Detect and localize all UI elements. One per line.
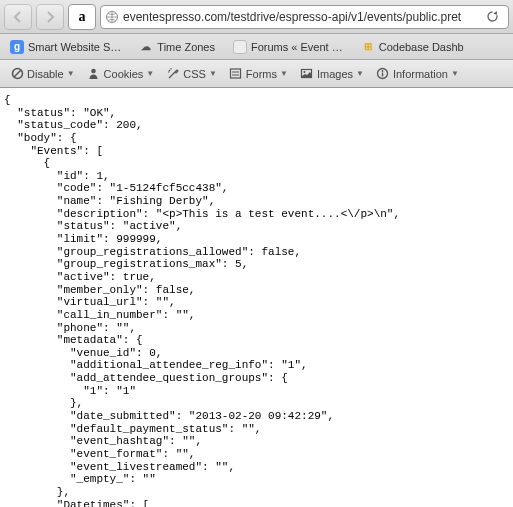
dev-images[interactable]: Images ▼ bbox=[296, 65, 368, 83]
svg-rect-4 bbox=[231, 69, 241, 78]
dev-forms[interactable]: Forms ▼ bbox=[225, 65, 292, 83]
dev-label: Disable bbox=[27, 68, 64, 80]
chevron-down-icon: ▼ bbox=[67, 69, 75, 78]
forward-button[interactable] bbox=[36, 4, 64, 30]
chevron-down-icon: ▼ bbox=[280, 69, 288, 78]
form-icon bbox=[229, 67, 243, 81]
dev-information[interactable]: Information ▼ bbox=[372, 65, 463, 83]
svg-point-3 bbox=[91, 69, 96, 74]
url-text: eventespresso.com/testdrive/espresso-api… bbox=[123, 10, 461, 24]
reload-button[interactable] bbox=[484, 7, 504, 27]
page-icon bbox=[233, 40, 247, 54]
person-icon bbox=[87, 67, 101, 81]
chevron-down-icon: ▼ bbox=[146, 69, 154, 78]
bookmark-label: Codebase Dashb bbox=[379, 41, 464, 53]
amazon-button[interactable]: a bbox=[68, 4, 96, 30]
bookmark-forums[interactable]: Forums « Event … bbox=[225, 37, 351, 57]
image-icon bbox=[300, 67, 314, 81]
chevron-down-icon: ▼ bbox=[356, 69, 364, 78]
info-icon bbox=[376, 67, 390, 81]
google-icon: g bbox=[10, 40, 24, 54]
bookmark-time-zones[interactable]: ☁ Time Zones bbox=[131, 37, 223, 57]
browser-toolbar: a eventespresso.com/testdrive/espresso-a… bbox=[0, 0, 513, 34]
chevron-down-icon: ▼ bbox=[209, 69, 217, 78]
svg-point-8 bbox=[304, 71, 306, 73]
dev-label: Information bbox=[393, 68, 448, 80]
svg-rect-11 bbox=[382, 73, 383, 77]
svg-line-2 bbox=[14, 70, 21, 77]
chevron-down-icon: ▼ bbox=[451, 69, 459, 78]
codebase-icon: ⊞ bbox=[361, 40, 375, 54]
disable-icon bbox=[10, 67, 24, 81]
svg-point-10 bbox=[382, 70, 384, 72]
back-icon bbox=[12, 11, 24, 23]
bookmark-label: Time Zones bbox=[157, 41, 215, 53]
wand-icon bbox=[166, 67, 180, 81]
dev-label: Cookies bbox=[104, 68, 144, 80]
reload-icon bbox=[486, 10, 499, 23]
dev-disable[interactable]: Disable ▼ bbox=[6, 65, 79, 83]
globe-icon bbox=[105, 10, 119, 24]
cloud-icon: ☁ bbox=[139, 40, 153, 54]
dev-label: Images bbox=[317, 68, 353, 80]
bookmark-codebase[interactable]: ⊞ Codebase Dashb bbox=[353, 37, 472, 57]
bookmark-label: Forums « Event … bbox=[251, 41, 343, 53]
bookmark-smart-website[interactable]: g Smart Website S… bbox=[2, 37, 129, 57]
bookmark-label: Smart Website S… bbox=[28, 41, 121, 53]
json-response-body: { "status": "OK", "status_code": 200, "b… bbox=[0, 88, 513, 507]
dev-toolbar: Disable ▼ Cookies ▼ CSS ▼ Forms ▼ Images… bbox=[0, 60, 513, 88]
forward-icon bbox=[44, 11, 56, 23]
dev-css[interactable]: CSS ▼ bbox=[162, 65, 221, 83]
dev-label: Forms bbox=[246, 68, 277, 80]
back-button[interactable] bbox=[4, 4, 32, 30]
bookmarks-bar: g Smart Website S… ☁ Time Zones Forums «… bbox=[0, 34, 513, 60]
dev-cookies[interactable]: Cookies ▼ bbox=[83, 65, 159, 83]
amazon-icon: a bbox=[79, 9, 86, 25]
url-bar[interactable]: eventespresso.com/testdrive/espresso-api… bbox=[100, 5, 509, 29]
dev-label: CSS bbox=[183, 68, 206, 80]
